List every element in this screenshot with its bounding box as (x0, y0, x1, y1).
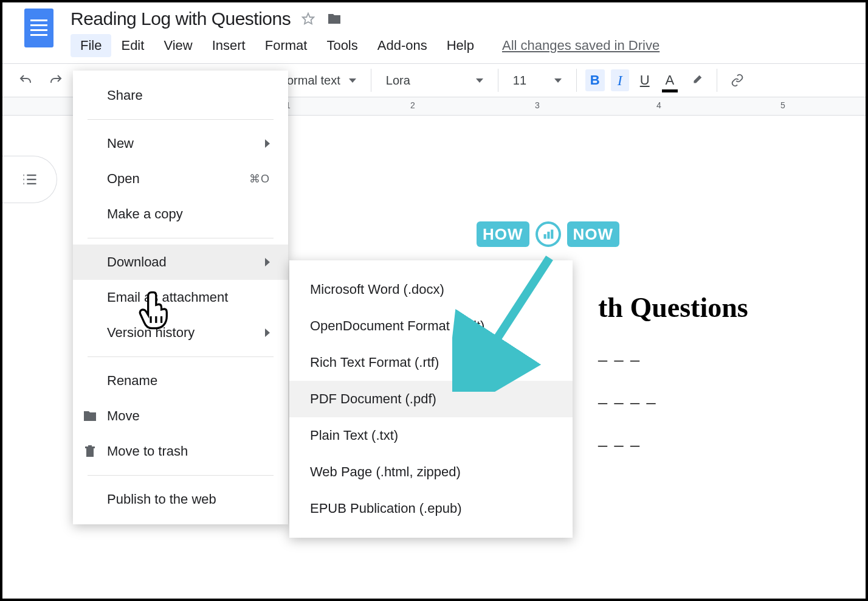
svg-marker-0 (303, 13, 314, 24)
watermark-logo: HOW NOW (477, 221, 619, 247)
menu-item-move-trash[interactable]: Move to trash (73, 434, 288, 469)
menu-addons[interactable]: Add-ons (368, 34, 437, 57)
chevron-down-icon (476, 78, 483, 83)
document-title[interactable]: Reading Log with Questions (71, 9, 291, 29)
menu-item-rename[interactable]: Rename (73, 363, 288, 398)
menu-help[interactable]: Help (437, 34, 484, 57)
menu-file[interactable]: File (71, 34, 111, 57)
download-submenu: Microsoft Word (.docx) OpenDocument Form… (289, 260, 573, 538)
download-txt[interactable]: Plain Text (.txt) (289, 417, 573, 454)
menu-item-share[interactable]: Share (73, 78, 288, 113)
menu-item-email-attachment[interactable]: Email as attachment (73, 280, 288, 315)
redo-button[interactable] (44, 69, 68, 91)
save-status[interactable]: All changes saved in Drive (502, 38, 660, 54)
form-line: – – – (598, 434, 641, 455)
menu-tools[interactable]: Tools (317, 34, 367, 57)
menu-item-make-copy[interactable]: Make a copy (73, 196, 288, 232)
move-folder-icon[interactable] (326, 12, 343, 26)
chevron-down-icon (554, 78, 562, 83)
ruler-mark: 4 (656, 100, 661, 110)
bold-button[interactable]: B (585, 69, 605, 91)
download-docx[interactable]: Microsoft Word (.docx) (289, 271, 573, 308)
submenu-arrow-icon (265, 328, 270, 337)
folder-icon (83, 409, 97, 423)
submenu-arrow-icon (265, 258, 270, 266)
trash-icon (83, 444, 97, 459)
menu-item-open[interactable]: Open⌘O (73, 161, 288, 196)
download-pdf[interactable]: PDF Document (.pdf) (289, 381, 573, 417)
document-heading: th Questions (598, 291, 748, 324)
menu-view[interactable]: View (154, 34, 202, 57)
undo-button[interactable] (13, 69, 38, 91)
ruler-mark: 2 (410, 100, 415, 110)
font-family-select[interactable]: Lora (380, 74, 489, 88)
docs-app-icon[interactable] (24, 9, 53, 47)
form-line: – – – – (598, 392, 657, 412)
menu-item-new[interactable]: New (73, 126, 288, 161)
italic-button[interactable]: I (611, 69, 629, 91)
highlight-button[interactable] (685, 69, 708, 91)
svg-rect-7 (543, 234, 546, 239)
ruler-mark: 3 (535, 100, 540, 110)
star-icon[interactable] (301, 12, 315, 26)
outline-toggle[interactable] (2, 156, 57, 203)
download-rtf[interactable]: Rich Text Format (.rtf) (289, 344, 573, 381)
form-line: – – – (598, 349, 641, 370)
submenu-arrow-icon (265, 139, 270, 148)
download-odt[interactable]: OpenDocument Format (.odt) (289, 308, 573, 344)
download-html[interactable]: Web Page (.html, zipped) (289, 454, 573, 490)
svg-rect-8 (547, 232, 549, 239)
download-epub[interactable]: EPUB Publication (.epub) (289, 490, 573, 527)
svg-rect-9 (551, 230, 553, 239)
menu-item-version-history[interactable]: Version history (73, 315, 288, 350)
insert-link-button[interactable] (726, 69, 749, 91)
underline-button[interactable]: U (635, 69, 655, 91)
ruler-mark: 5 (780, 100, 785, 110)
menu-item-move[interactable]: Move (73, 398, 288, 434)
menu-item-publish[interactable]: Publish to the web (73, 482, 288, 517)
font-size-select[interactable]: 11 (507, 74, 568, 88)
menu-edit[interactable]: Edit (111, 34, 154, 57)
menu-insert[interactable]: Insert (202, 34, 255, 57)
text-color-button[interactable]: A (661, 69, 680, 91)
file-menu-dropdown: Share New Open⌘O Make a copy Download Em… (73, 71, 288, 524)
menu-format[interactable]: Format (255, 34, 317, 57)
paragraph-style-select[interactable]: ormal text (281, 74, 362, 88)
shortcut-label: ⌘O (249, 172, 270, 186)
chevron-down-icon (349, 78, 356, 83)
menu-item-download[interactable]: Download (73, 245, 288, 280)
